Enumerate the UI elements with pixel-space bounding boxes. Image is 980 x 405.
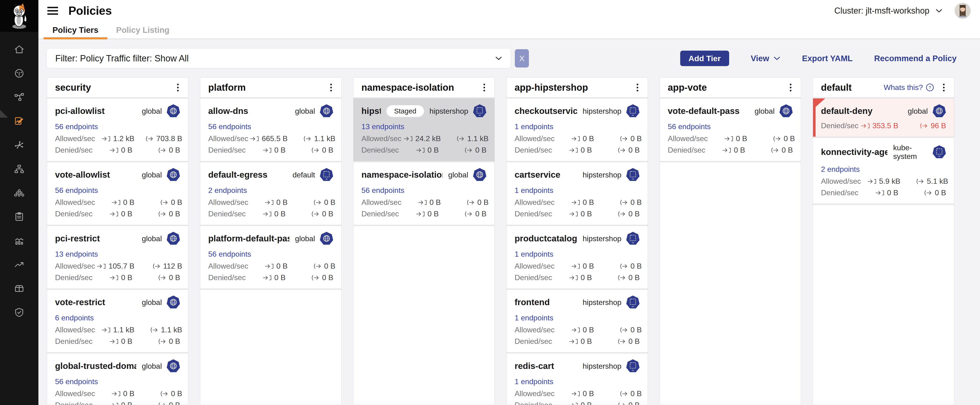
endpoints-link[interactable]: 1 endpoints [515,314,553,322]
policy-stats: Allowed/sec 105.7 B 112 B Denied/sec 0 B… [55,262,180,282]
policy-card[interactable]: pci-restrict global 13 endpoints Allowed… [47,226,188,289]
stat-row: Allowed/sec 0 B 0 B [208,262,333,271]
policy-card[interactable]: vote-default-pass global 56 endpoints Al… [660,99,801,161]
stat-row: Allowed/sec 0 B 0 B [515,325,640,334]
endpoints-link[interactable]: 2 endpoints [821,165,860,174]
stat-row: Denied/sec 0 B 0 B [361,209,487,218]
tab-policy-tiers[interactable]: Policy Tiers [44,22,107,38]
policy-card[interactable]: default-egress default ns 2 endpoints Al… [200,162,341,225]
tier-menu-kebab-icon[interactable] [481,82,487,93]
policy-card[interactable]: hipstershop-gh… Staged hipstershop ns 13… [353,99,495,161]
sidebar-item-compliance-reports[interactable] [0,211,38,222]
clear-filter-button[interactable]: X [515,49,529,67]
recommend-policy-button[interactable]: Recommend a Policy [874,54,956,63]
stat-label: Denied/sec [361,209,399,218]
stat-row: Denied/sec 0 B 0 B [55,209,180,218]
stat-label: Allowed/sec [55,198,95,207]
cluster-selector[interactable]: Cluster: jlt-msft-workshop [834,6,942,16]
policy-card[interactable]: cartservice hipstershop ns 1 endpoints A… [507,162,648,225]
policy-card[interactable]: konnectivity-agent kube-system ns 2 endp… [813,138,954,204]
endpoints-link[interactable]: 56 endpoints [668,122,711,131]
endpoints-link[interactable]: 56 endpoints [361,186,404,195]
endpoints-link[interactable]: 56 endpoints [55,186,98,195]
stat-row: Denied/sec 0 B 0 B [55,273,180,282]
namespace-badge-icon: ns [473,104,487,118]
policy-filter-dropdown[interactable]: Filter: Policy Traffic filter: Show All [47,49,511,68]
add-tier-button[interactable]: Add Tier [680,51,729,66]
policy-card[interactable]: global-trusted-domains global 56 endpoin… [47,354,188,405]
sidebar-item-service-graph[interactable] [0,92,38,103]
chevron-down-icon [495,56,502,61]
tier-menu-kebab-icon[interactable] [788,82,794,93]
stat-in-value: 0 B [581,401,592,405]
policy-card[interactable]: redis-cart hipstershop ns 1 endpoints Al… [507,354,648,405]
ingress-stat: 0 B [706,146,745,155]
policy-card[interactable]: vote-allowlist global 56 endpoints Allow… [47,162,188,225]
stat-label: Allowed/sec [668,134,708,143]
sidebar-item-endpoints-cluster[interactable] [0,188,38,198]
tier-menu-kebab-icon[interactable] [634,82,641,93]
policy-card[interactable]: frontend hipstershop ns 1 endpoints Allo… [507,290,648,352]
sidebar-item-trends[interactable] [0,259,38,270]
endpoints-link[interactable]: 56 endpoints [55,122,98,131]
tier-menu-kebab-icon[interactable] [328,82,334,93]
stat-out-value: 1.1 kB [161,325,182,334]
endpoints-link[interactable]: 1 endpoints [515,122,553,131]
tier-menu-kebab-icon[interactable] [175,82,181,93]
stat-row: Denied/sec 353.5 B 96 B [821,121,946,130]
stat-label: Allowed/sec [515,134,555,143]
stat-label: Denied/sec [515,273,552,282]
tier-menu-kebab-icon[interactable] [941,82,947,93]
stat-out-value: 0 B [169,337,180,346]
stat-in-value: 0 B [121,273,132,282]
stat-out-value: 0 B [169,209,180,218]
endpoints-link[interactable]: 6 endpoints [55,314,94,322]
endpoints-link[interactable]: 1 endpoints [515,250,553,258]
molecule-icon [14,140,25,150]
calico-cat-logo[interactable] [0,0,38,32]
tier-whats-this-link[interactable]: Whats this? ? [884,83,934,92]
view-menu-button[interactable]: View [751,54,780,63]
tier-header: default Whats this? ? [813,78,954,97]
endpoints-link[interactable]: 56 endpoints [208,250,251,258]
policy-card[interactable]: productcatalogservice hipstershop ns 1 e… [507,226,648,289]
ingress-arrow-icon [416,147,425,153]
policy-card[interactable]: vote-restrict global 6 endpoints Allowed… [47,290,188,352]
policy-card[interactable]: pci-allowlist global 56 endpoints Allowe… [47,99,188,161]
policy-card[interactable]: default-deny global Denied/sec 353.5 B 9… [813,99,954,137]
sidebar-item-packet-capture[interactable] [0,283,38,294]
stat-label: Allowed/sec [55,262,95,271]
stat-row: Denied/sec 0 B 0 B [668,146,793,155]
endpoints-link[interactable]: 56 endpoints [208,122,251,131]
sidebar-item-home[interactable] [0,44,38,55]
tab-bar: Policy Tiers Policy Listing [38,22,980,39]
sidebar-item-policies[interactable] [0,116,38,126]
home-icon [14,44,25,55]
policy-card[interactable]: platform-default-pass global 56 endpoint… [200,226,341,289]
policy-card[interactable]: checkoutservice hipstershop ns 1 endpoin… [507,99,648,161]
stat-out-value: 0 B [784,134,795,143]
tab-policy-listing[interactable]: Policy Listing [107,22,178,38]
ingress-arrow-icon [250,136,259,142]
endpoints-link[interactable]: 1 endpoints [515,186,553,195]
endpoints-link[interactable]: 2 endpoints [208,186,247,195]
hamburger-menu-icon[interactable] [47,7,58,15]
stat-in-value: 0 B [277,262,288,271]
stat-in-value: 0 B [583,198,594,207]
endpoints-link[interactable]: 1 endpoints [515,377,553,386]
sidebar-item-flow-visualizations[interactable] [0,140,38,150]
policy-card[interactable]: allow-dns global 56 endpoints Allowed/se… [200,99,341,161]
endpoints-link[interactable]: 13 endpoints [55,250,98,258]
policy-stats: Allowed/sec 1.2 kB 703.8 B Denied/sec 0 … [55,134,180,155]
endpoints-link[interactable]: 56 endpoints [55,377,98,386]
sidebar-item-threat-defense[interactable] [0,307,38,318]
policy-card[interactable]: namespace-isolation-default-p… global 56… [353,162,495,225]
sidebar-item-network-hierarchy[interactable] [0,164,38,174]
sidebar-item-dashboard[interactable] [0,68,38,79]
user-avatar[interactable] [955,3,970,19]
tier-name: app-hipstershop [515,82,588,93]
endpoints-link[interactable]: 13 endpoints [361,122,404,131]
sidebar-item-activity-charts[interactable] [0,235,38,246]
export-yaml-button[interactable]: Export YAML [802,54,853,63]
policy-tier-column: app-vote vote-default-pass global 56 end… [660,77,801,405]
